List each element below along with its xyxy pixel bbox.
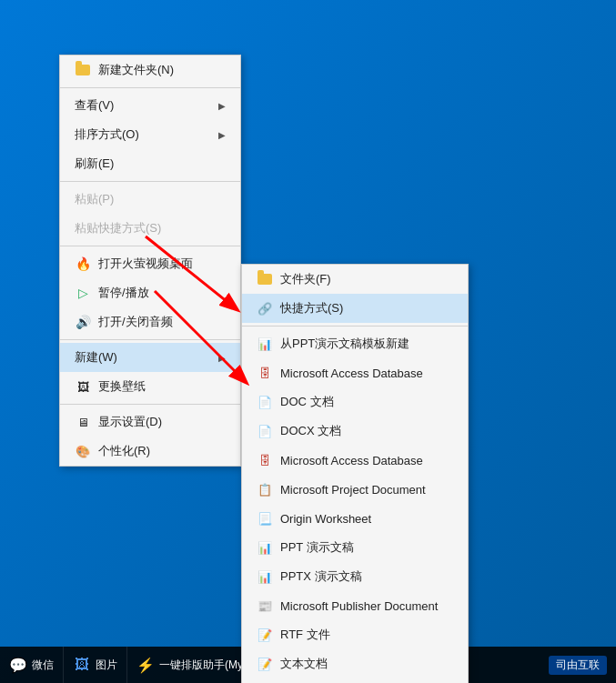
folder-icon	[75, 62, 91, 78]
menu-item-pause-label: 暂停/播放	[98, 285, 226, 301]
play-icon: ▷	[75, 285, 91, 301]
helper-icon: ⚡	[136, 656, 155, 674]
menu-item-personalize-label: 个性化(R)	[98, 443, 226, 459]
fire-icon: 🔥	[75, 256, 91, 272]
submenu-docx[interactable]: 📄 DOCX 文档	[242, 417, 468, 446]
submenu-sep-1	[242, 326, 468, 326]
txt-icon: 📝	[257, 656, 273, 672]
menu-item-view[interactable]: 查看(V) ▶	[60, 91, 240, 120]
menu-item-wallpaper[interactable]: 🖼 更换壁纸	[60, 372, 240, 401]
menu-item-display[interactable]: 🖥 显示设置(D)	[60, 407, 240, 437]
separator-3	[60, 246, 240, 246]
taskbar-wechat[interactable]: 💬 微信	[0, 647, 64, 683]
origin-icon: 📃	[257, 510, 273, 527]
watermark-text: 司由互联	[549, 656, 607, 675]
submenu-ppt-label: PPT 演示文稿	[280, 539, 453, 556]
docx-icon: 📄	[257, 423, 273, 439]
submenu-access-db1[interactable]: 🗄 Microsoft Access Database	[242, 358, 468, 387]
rtf-icon: 📝	[257, 627, 273, 643]
submenu-folder-label: 文件夹(F)	[280, 271, 453, 287]
taskbar-watermark: 司由互联	[540, 656, 616, 675]
submenu-project-label: Microsoft Project Document	[280, 483, 453, 497]
menu-item-sort[interactable]: 排序方式(O) ▶	[60, 120, 240, 149]
context-menu-right: 文件夹(F) 🔗 快捷方式(S) 📊 从PPT演示文稿模板新建 🗄 Micros…	[241, 264, 469, 683]
shortcut-icon: 🔗	[257, 300, 273, 316]
wechat-icon: 💬	[9, 656, 27, 674]
menu-item-view-label: 查看(V)	[75, 97, 218, 114]
submenu-access-db2-label: Microsoft Access Database	[280, 454, 453, 467]
pptx-icon: 📊	[257, 568, 273, 585]
doc-icon: 📄	[257, 394, 273, 410]
desktop: 新建文件夹(N) 查看(V) ▶ 排序方式(O) ▶ 刷新(E) 粘贴(P) 粘…	[0, 0, 616, 683]
submenu-publisher[interactable]: 📰 Microsoft Publisher Document	[242, 591, 468, 620]
menu-item-paste-shortcut-label: 粘贴快捷方式(S)	[75, 220, 226, 236]
audio-icon: 🔊	[75, 314, 91, 330]
submenu-doc[interactable]: 📄 DOC 文档	[242, 387, 468, 417]
menu-item-new[interactable]: 新建(W) ▶	[60, 343, 240, 372]
folder-icon	[257, 271, 273, 287]
wallpaper-icon: 🖼	[75, 378, 91, 395]
submenu-rtf-label: RTF 文件	[280, 627, 453, 643]
menu-item-new-folder[interactable]: 新建文件夹(N)	[60, 55, 240, 85]
menu-item-refresh[interactable]: 刷新(E)	[60, 149, 240, 178]
menu-item-paste-label: 粘贴(P)	[75, 191, 226, 207]
ppt-template-icon: 📊	[257, 336, 273, 352]
submenu-ppt-template-label: 从PPT演示文稿模板新建	[280, 336, 453, 352]
menu-item-wallpaper-label: 更换壁纸	[98, 378, 226, 395]
submenu-origin[interactable]: 📃 Origin Worksheet	[242, 504, 468, 533]
submenu-txt[interactable]: 📝 文本文档	[242, 649, 468, 678]
separator-4	[60, 339, 240, 340]
photos-icon: 🖼	[73, 656, 91, 674]
separator-5	[60, 404, 240, 405]
separator-2	[60, 181, 240, 182]
submenu-folder[interactable]: 文件夹(F)	[242, 265, 468, 294]
menu-item-refresh-label: 刷新(E)	[75, 156, 226, 172]
taskbar-photos-label: 图片	[96, 658, 117, 673]
submenu-visio[interactable]: 📐 Microsoft Visio Drawing	[242, 678, 468, 683]
publisher-icon: 📰	[257, 598, 273, 614]
submenu-rtf[interactable]: 📝 RTF 文件	[242, 620, 468, 649]
submenu-project[interactable]: 📋 Microsoft Project Document	[242, 475, 468, 504]
submenu-pptx-label: PPTX 演示文稿	[280, 568, 453, 585]
menu-item-fire-label: 打开火萤视频桌面	[98, 256, 226, 272]
context-menu-left: 新建文件夹(N) 查看(V) ▶ 排序方式(O) ▶ 刷新(E) 粘贴(P) 粘…	[59, 55, 241, 467]
menu-item-mute[interactable]: 🔊 打开/关闭音频	[60, 307, 240, 336]
arrow-icon: ▶	[218, 101, 226, 111]
menu-item-fire-screen[interactable]: 🔥 打开火萤视频桌面	[60, 249, 240, 278]
access2-icon: 🗄	[257, 452, 273, 468]
ppt-icon: 📊	[257, 539, 273, 556]
submenu-access-db2[interactable]: 🗄 Microsoft Access Database	[242, 446, 468, 475]
submenu-docx-label: DOCX 文档	[280, 423, 453, 439]
submenu-ppt-template[interactable]: 📊 从PPT演示文稿模板新建	[242, 329, 468, 358]
project-icon: 📋	[257, 481, 273, 497]
display-icon: 🖥	[75, 414, 91, 430]
submenu-doc-label: DOC 文档	[280, 394, 453, 410]
submenu-access-db1-label: Microsoft Access Database	[280, 367, 453, 380]
taskbar-photos[interactable]: 🖼 图片	[64, 647, 127, 683]
access-icon: 🗄	[257, 365, 273, 381]
menu-item-mute-label: 打开/关闭音频	[98, 314, 226, 330]
personalize-icon: 🎨	[75, 443, 91, 459]
taskbar-wechat-label: 微信	[32, 658, 54, 673]
submenu-pptx[interactable]: 📊 PPTX 演示文稿	[242, 562, 468, 591]
submenu-shortcut[interactable]: 🔗 快捷方式(S)	[242, 294, 468, 323]
menu-item-sort-label: 排序方式(O)	[75, 126, 218, 143]
arrow-icon: ▶	[218, 353, 226, 363]
menu-item-paste-shortcut[interactable]: 粘贴快捷方式(S)	[60, 214, 240, 243]
submenu-origin-label: Origin Worksheet	[280, 512, 453, 526]
submenu-publisher-label: Microsoft Publisher Document	[280, 599, 453, 613]
submenu-txt-label: 文本文档	[280, 656, 453, 672]
menu-item-new-folder-label: 新建文件夹(N)	[98, 62, 226, 78]
menu-item-new-label: 新建(W)	[75, 349, 218, 366]
menu-item-pause-play[interactable]: ▷ 暂停/播放	[60, 278, 240, 307]
menu-item-personalize[interactable]: 🎨 个性化(R)	[60, 437, 240, 466]
separator-1	[60, 87, 240, 88]
submenu-ppt[interactable]: 📊 PPT 演示文稿	[242, 533, 468, 562]
menu-item-paste[interactable]: 粘贴(P)	[60, 185, 240, 214]
arrow-icon: ▶	[218, 130, 226, 140]
submenu-shortcut-label: 快捷方式(S)	[280, 300, 453, 316]
menu-item-display-label: 显示设置(D)	[98, 414, 226, 430]
